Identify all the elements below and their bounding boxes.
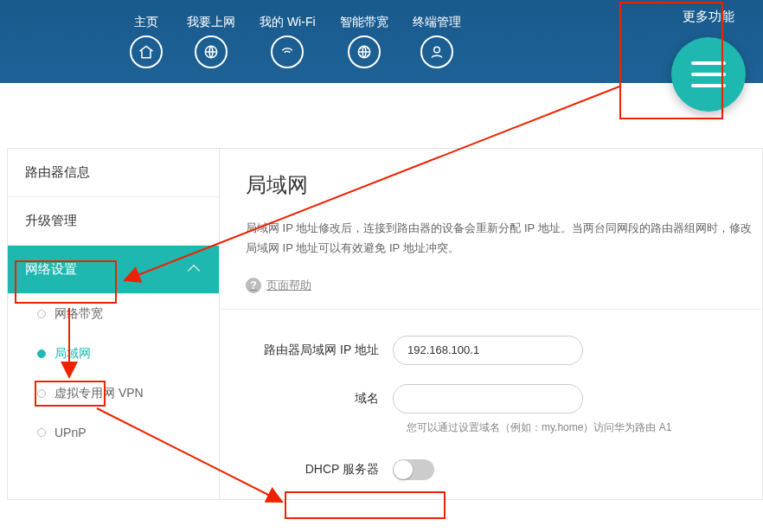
- sidebar-item-router-info[interactable]: 路由器信息: [8, 149, 219, 197]
- sidebar-item-network-settings[interactable]: 网络设置: [8, 246, 219, 294]
- main: 路由器信息 升级管理 网络设置 网络带宽 局域网 虚拟专用网 VPN UPnP …: [0, 148, 763, 500]
- sidebar-sub-vpn[interactable]: 虚拟专用网 VPN: [8, 374, 219, 413]
- sidebar-sub-lan[interactable]: 局域网: [8, 334, 219, 374]
- nav-qos[interactable]: 智能带宽: [340, 15, 388, 68]
- toggle-knob-icon: [394, 460, 413, 479]
- sidebar-item-label: 网络设置: [25, 261, 77, 278]
- home-icon: [130, 35, 163, 68]
- lan-ip-label: 路由器局域网 IP 地址: [246, 343, 393, 358]
- dhcp-label: DHCP 服务器: [246, 462, 393, 478]
- help-link-label: 页面帮助: [266, 278, 311, 293]
- sidebar-sub-label: 局域网: [54, 346, 91, 362]
- domain-input[interactable]: [393, 384, 583, 413]
- nav-home-label: 主页: [134, 15, 158, 30]
- domain-hint: 您可以通过设置域名（例如：my.home）访问华为路由 A1: [407, 420, 762, 435]
- svg-point-2: [433, 47, 439, 53]
- nav-qos-label: 智能带宽: [340, 15, 388, 30]
- lan-ip-input[interactable]: [393, 336, 583, 365]
- globe-icon: [195, 35, 228, 68]
- nav-home[interactable]: 主页: [130, 15, 163, 68]
- radio-dot-icon: [37, 389, 46, 398]
- top-nav: 主页 我要上网 我的 Wi-Fi 智能带宽 终端管理: [0, 0, 763, 83]
- divider: [220, 309, 762, 310]
- nav-items: 主页 我要上网 我的 Wi-Fi 智能带宽 终端管理: [130, 15, 461, 68]
- nav-more-wrap: 更多功能: [671, 9, 746, 103]
- help-link[interactable]: ? 页面帮助: [246, 278, 762, 293]
- nav-internet-label: 我要上网: [187, 15, 235, 30]
- nav-devices-label: 终端管理: [413, 15, 461, 30]
- nav-internet[interactable]: 我要上网: [187, 15, 235, 68]
- more-button[interactable]: [671, 37, 746, 112]
- sidebar-sub-label: UPnP: [54, 426, 87, 439]
- sidebar: 路由器信息 升级管理 网络设置 网络带宽 局域网 虚拟专用网 VPN UPnP: [7, 148, 219, 500]
- content: 局域网 局域网 IP 地址修改后，连接到路由器的设备会重新分配 IP 地址。当两…: [219, 148, 763, 500]
- row-domain: 域名: [246, 384, 762, 413]
- radio-dot-icon: [37, 310, 46, 318]
- radio-dot-icon: [37, 428, 46, 437]
- domain-label: 域名: [246, 391, 393, 407]
- sidebar-sub-upnp[interactable]: UPnP: [8, 413, 219, 452]
- row-dhcp: DHCP 服务器: [246, 459, 762, 480]
- chevron-up-icon: [188, 263, 202, 277]
- dhcp-toggle[interactable]: [393, 459, 434, 480]
- hamburger-icon: [691, 61, 726, 87]
- nav-more-label: 更多功能: [683, 9, 734, 25]
- row-lan-ip: 路由器局域网 IP 地址: [246, 336, 762, 365]
- nav-devices[interactable]: 终端管理: [413, 15, 461, 68]
- radio-dot-icon: [37, 349, 46, 358]
- nav-wifi-label: 我的 Wi-Fi: [260, 15, 316, 30]
- sidebar-sub-label: 网络带宽: [54, 306, 103, 322]
- page-description: 局域网 IP 地址修改后，连接到路由器的设备会重新分配 IP 地址。当两台同网段…: [246, 218, 762, 259]
- sidebar-item-upgrade[interactable]: 升级管理: [8, 197, 219, 246]
- nav-wifi[interactable]: 我的 Wi-Fi: [260, 15, 316, 68]
- sidebar-sub-label: 虚拟专用网 VPN: [54, 386, 144, 401]
- page-title: 局域网: [246, 171, 762, 199]
- wifi-icon: [271, 35, 304, 68]
- bandwidth-icon: [348, 35, 381, 68]
- sidebar-sub-wan[interactable]: 网络带宽: [8, 294, 219, 334]
- user-icon: [420, 35, 453, 68]
- help-icon: ?: [246, 278, 261, 293]
